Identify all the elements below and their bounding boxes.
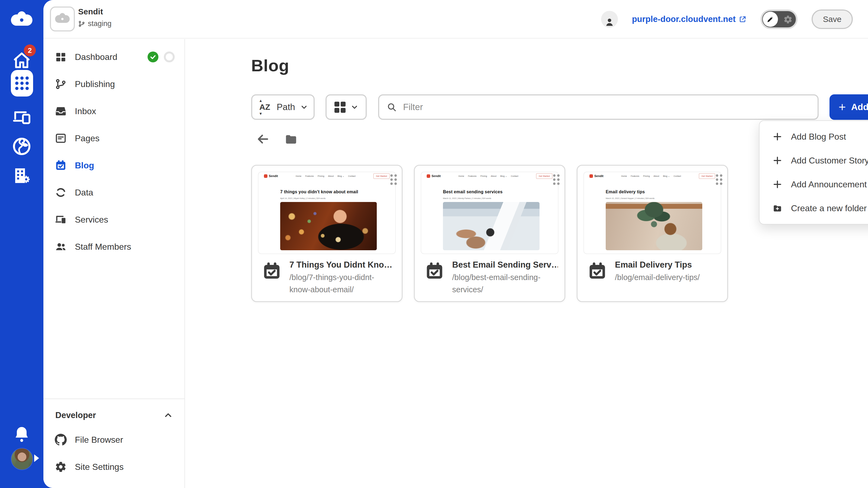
post-hero-image xyxy=(280,202,377,250)
build-success-badge xyxy=(148,52,158,62)
add-button[interactable]: Add xyxy=(830,94,868,120)
post-hero-image xyxy=(606,202,702,250)
folder-icon[interactable] xyxy=(284,132,298,146)
post-thumbnail: Sendit HomeFeaturesPricingAboutBlog ⌄Con… xyxy=(584,172,721,254)
menu-item-label: Add Customer Story xyxy=(791,156,868,166)
github-icon xyxy=(55,434,67,446)
sidebar-item-dashboard[interactable]: Dashboard xyxy=(43,43,184,70)
blog-post-card[interactable]: Sendit HomeFeaturesPricingAboutBlog ⌄Con… xyxy=(251,165,403,302)
sidebar-item-blog[interactable]: Blog xyxy=(43,152,184,179)
apps-grid-icon xyxy=(15,76,29,90)
environment-label: staging xyxy=(88,20,112,28)
sidebar-item-label: Publishing xyxy=(75,79,115,89)
developer-section-header[interactable]: Developer xyxy=(43,404,184,426)
sidebar-item-publishing[interactable]: Publishing xyxy=(43,70,184,98)
minisite-logo-icon xyxy=(589,174,593,178)
bell-icon[interactable] xyxy=(12,425,31,444)
developer-section-title: Developer xyxy=(55,411,164,420)
sidebar-item-site-settings[interactable]: Site Settings xyxy=(43,453,184,480)
sidebar-item-label: Site Settings xyxy=(75,462,124,472)
main-content: Blog AZ Path Add xyxy=(186,39,868,488)
post-title: Best Email Sending Serv… xyxy=(452,260,558,270)
add-dropdown-menu: Add Blog Post Add Customer Story Add Ann… xyxy=(759,120,868,225)
app-window: 2 Sendit staging purple-door.cloudvent.n… xyxy=(0,0,868,488)
view-mode-button[interactable] xyxy=(326,94,367,120)
filter-field xyxy=(378,94,818,120)
post-path: /blog/7-things-you-didnt-know-about-emai… xyxy=(289,271,395,296)
pages-icon xyxy=(55,132,67,144)
post-path: /blog/best-email-sending-services/ xyxy=(452,271,558,296)
drag-handle-icon[interactable] xyxy=(553,174,560,185)
external-link-icon xyxy=(739,15,746,23)
sort-by-path-button[interactable]: AZ Path xyxy=(251,94,315,120)
preview-url-text: purple-door.cloudvent.net xyxy=(632,14,736,24)
chevron-down-icon xyxy=(351,104,358,110)
drag-handle-icon[interactable] xyxy=(390,174,397,185)
globe-site-icon[interactable] xyxy=(12,137,31,156)
menu-item-add-announcement[interactable]: Add Announcement xyxy=(760,172,868,196)
sidebar-item-services[interactable]: Services xyxy=(43,206,184,233)
developer-section: Developer File Browser Site Settings xyxy=(43,398,184,488)
branch-icon xyxy=(78,20,85,27)
plus-icon xyxy=(773,180,782,189)
minisite-meta: March 10, 2022 | Gerard Hopper | 2 minut… xyxy=(606,197,654,199)
user-avatar[interactable] xyxy=(11,448,33,470)
edit-settings-toggle[interactable] xyxy=(761,9,798,29)
devices-preview-icon[interactable] xyxy=(12,107,31,127)
minisite-headline: Best email sending services xyxy=(443,190,503,194)
collections-nav-active[interactable] xyxy=(11,70,33,97)
main-panel: Sendit staging purple-door.cloudvent.net… xyxy=(43,0,868,488)
pencil-mode-knob[interactable] xyxy=(763,12,778,27)
minisite-header: Sendit HomeFeaturesPricingAboutBlog ⌄Con… xyxy=(421,172,558,180)
menu-item-label: Add Blog Post xyxy=(791,132,846,142)
sidebar-item-label: Services xyxy=(75,215,108,225)
chevron-down-icon xyxy=(301,104,308,110)
gear-icon xyxy=(55,461,67,473)
visitor-icon[interactable] xyxy=(601,11,618,28)
cloudcannon-logo-icon xyxy=(8,6,35,34)
menu-item-add-customer-story[interactable]: Add Customer Story xyxy=(760,149,868,172)
minisite-brand: Sendit xyxy=(427,174,441,178)
sidebar-item-staff-members[interactable]: Staff Members xyxy=(43,233,184,260)
drag-handle-icon[interactable] xyxy=(716,174,722,185)
sidebar: Dashboard Publishing Inbox Pages xyxy=(43,39,185,488)
site-name: Sendit xyxy=(78,7,103,16)
sidebar-item-label: Data xyxy=(75,188,93,198)
sort-label: Path xyxy=(277,102,295,112)
post-title: Email Delivery Tips xyxy=(615,260,700,270)
inbox-icon xyxy=(55,105,67,117)
sidebar-item-inbox[interactable]: Inbox xyxy=(43,98,184,125)
sidebar-item-pages[interactable]: Pages xyxy=(43,125,184,152)
avatar-expand-arrow-icon[interactable] xyxy=(34,454,39,462)
menu-item-add-blog-post[interactable]: Add Blog Post xyxy=(760,125,868,149)
minisite-brand: Sendit xyxy=(264,174,278,178)
minisite-brand: Sendit xyxy=(589,174,603,178)
calendar-check-icon xyxy=(425,261,444,281)
minisite-meta: March 11, 2022 | Wendy Parkes | 2 minute… xyxy=(443,197,491,199)
save-button[interactable]: Save xyxy=(812,9,853,29)
minisite-cta: Get Started xyxy=(536,173,553,179)
sidebar-item-label: Staff Members xyxy=(75,242,131,252)
chevron-up-icon xyxy=(164,411,173,420)
gear-mode-icon[interactable] xyxy=(783,15,793,26)
data-cycle-icon xyxy=(55,187,67,198)
sidebar-item-data[interactable]: Data xyxy=(43,179,184,206)
blog-post-card[interactable]: Sendit HomeFeaturesPricingAboutBlog ⌄Con… xyxy=(414,165,565,302)
search-icon xyxy=(387,102,397,112)
sidebar-item-file-browser[interactable]: File Browser xyxy=(43,426,184,453)
org-settings-icon[interactable] xyxy=(12,166,31,186)
menu-item-create-new-folder[interactable]: Create a new folder xyxy=(760,196,868,220)
sort-az-icon: AZ xyxy=(258,103,271,111)
site-thumbnail[interactable] xyxy=(50,6,75,31)
page-title: Blog xyxy=(251,56,289,75)
calendar-check-icon xyxy=(587,261,607,281)
minisite-header: Sendit HomeFeaturesPricingAboutBlog ⌄Con… xyxy=(258,172,395,180)
filter-input[interactable] xyxy=(403,102,810,112)
preview-url-link[interactable]: purple-door.cloudvent.net xyxy=(632,14,746,24)
back-arrow-icon[interactable] xyxy=(256,132,270,146)
post-path: /blog/email-delivery-tips/ xyxy=(615,271,700,284)
minisite-headline: Email delivery tips xyxy=(606,190,645,194)
minisite-nav: HomeFeaturesPricingAboutBlog ⌄Contact xyxy=(441,175,536,177)
blog-post-card[interactable]: Sendit HomeFeaturesPricingAboutBlog ⌄Con… xyxy=(577,165,728,302)
card-footer: Email Delivery Tips /blog/email-delivery… xyxy=(587,260,721,284)
